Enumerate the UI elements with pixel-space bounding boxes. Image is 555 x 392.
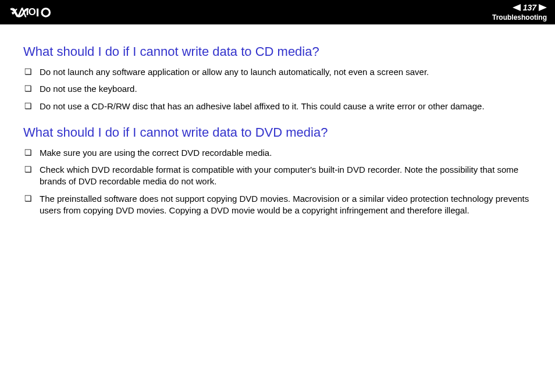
list-item: The preinstalled software does not suppo…: [23, 193, 532, 217]
section-label: Troubleshooting: [492, 13, 547, 22]
page-nav: 137: [513, 3, 547, 12]
header-right: 137 Troubleshooting: [492, 3, 547, 22]
list-item: Do not use a CD-R/RW disc that has an ad…: [23, 101, 532, 112]
next-page-icon[interactable]: [539, 4, 547, 11]
list-item: Do not launch any software application o…: [23, 66, 532, 78]
question-heading-cd: What should I do if I cannot write data …: [23, 44, 532, 59]
page-number: 137: [521, 3, 539, 12]
dvd-bullet-list: Make sure you are using the correct DVD …: [23, 147, 532, 216]
cd-bullet-list: Do not launch any software application o…: [23, 66, 532, 112]
header-bar: ✓⋀IO 137 Troubleshooting: [0, 0, 555, 24]
list-item: Do not use the keyboard.: [23, 83, 532, 95]
prev-page-icon[interactable]: [513, 4, 521, 11]
content-area: What should I do if I cannot write data …: [0, 24, 555, 241]
question-heading-dvd: What should I do if I cannot write data …: [23, 125, 532, 140]
list-item: Make sure you are using the correct DVD …: [23, 147, 532, 159]
vaio-logo-render: [10, 7, 58, 17]
svg-rect-1: [37, 9, 38, 17]
list-item: Check which DVD recordable format is com…: [23, 164, 532, 188]
svg-point-2: [42, 9, 50, 17]
